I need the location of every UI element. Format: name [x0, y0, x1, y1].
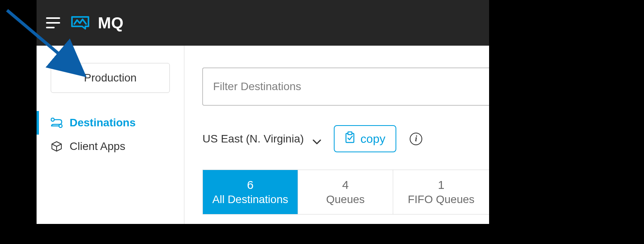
app-logo: MQ	[70, 14, 123, 32]
menu-icon[interactable]	[46, 17, 60, 28]
tab-count: 4	[342, 178, 349, 192]
region-selector[interactable]: US East (N. Virginia)	[202, 133, 320, 145]
content-area: Production Destinations	[37, 46, 489, 224]
sidebar-item-label: Destinations	[70, 116, 136, 129]
svg-rect-3	[348, 132, 352, 135]
tab-label: All Destinations	[212, 193, 288, 206]
environment-selector[interactable]: Production	[51, 63, 170, 93]
region-row: US East (N. Virginia)	[202, 125, 489, 152]
sidebar-item-client-apps[interactable]: Client Apps	[37, 135, 184, 158]
sidebar-item-label: Client Apps	[70, 140, 125, 153]
filter-destinations-input[interactable]	[202, 68, 489, 105]
tab-label: FIFO Queues	[408, 193, 475, 206]
sidebar-item-destinations[interactable]: Destinations	[37, 111, 184, 135]
copy-button[interactable]: copy	[334, 125, 396, 152]
tab-count: 6	[247, 178, 254, 192]
route-icon	[51, 117, 63, 129]
clipboard-check-icon	[345, 131, 355, 146]
app-title: MQ	[98, 14, 123, 32]
region-selected-label: US East (N. Virginia)	[202, 133, 304, 145]
app-window: MQ Production Desti	[37, 0, 489, 224]
tab-fifo-queues[interactable]: 1 FIFO Queues	[393, 170, 489, 214]
destination-tabs: 6 All Destinations 4 Queues 1 FIFO Queue…	[202, 170, 489, 214]
top-bar: MQ	[37, 0, 489, 46]
chevron-down-icon	[313, 135, 320, 143]
tab-all-destinations[interactable]: 6 All Destinations	[203, 170, 298, 214]
info-icon[interactable]: i	[410, 133, 422, 145]
tab-queues[interactable]: 4 Queues	[298, 170, 393, 214]
sidebar: Production Destinations	[37, 46, 184, 224]
environment-label: Production	[84, 72, 137, 84]
main-panel: US East (N. Virginia)	[184, 46, 489, 224]
box-icon	[51, 140, 63, 152]
copy-button-label: copy	[361, 132, 385, 146]
mq-logo-icon	[70, 15, 90, 30]
tab-label: Queues	[326, 193, 364, 206]
tab-count: 1	[438, 178, 445, 192]
